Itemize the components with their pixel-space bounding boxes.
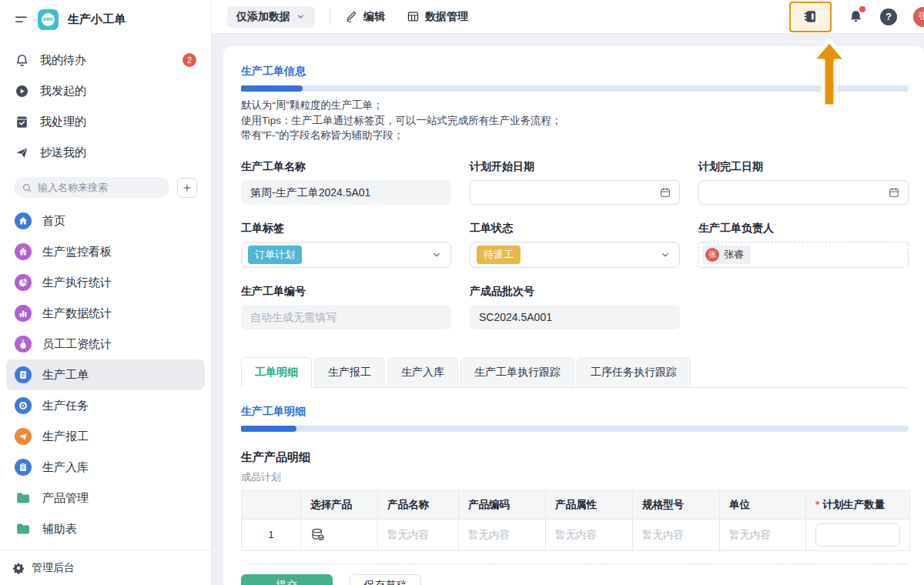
progress-bar [241, 426, 909, 432]
chevron-down-icon [660, 249, 671, 260]
sidebar-item[interactable]: 员工工资统计 [6, 329, 205, 359]
sidebar-item[interactable]: 生产任务 [6, 390, 205, 421]
table-header-cell: 产品属性 [546, 490, 633, 519]
progress-bar [241, 85, 909, 92]
owner-picker[interactable]: 张 张睿 [698, 242, 909, 268]
sidebar-item[interactable]: 我发起的 [0, 75, 211, 106]
search-icon [22, 182, 32, 193]
owner-avatar: 张 [705, 248, 719, 262]
save-draft-button[interactable]: 保存草稿 [350, 574, 421, 585]
mode-dropdown-button[interactable]: 仅添加数据 [227, 6, 315, 28]
search-placeholder: 输入名称来搜索 [38, 181, 108, 195]
topbar-right-group: ? 张 [789, 2, 924, 32]
tab-item[interactable]: 工序任务执行跟踪 [577, 357, 691, 387]
action-buttons: 提交 保存草稿 [241, 574, 909, 585]
order-name-label: 生产工单名称 [241, 160, 451, 174]
form-grid: 生产工单名称 第周-生产工单2024.5A01 计划开始日期 计划完工日期 工单… [241, 143, 909, 329]
target-icon [15, 397, 32, 414]
sidebar-item[interactable]: 生产监控看板 [6, 236, 205, 267]
personal-nav: 我的待办2我发起的我处理的抄送我的 [0, 38, 211, 169]
plan-finish-date-input[interactable] [698, 180, 909, 205]
table-cell: 暂无内容 [546, 519, 633, 550]
tab-item[interactable]: 生产报工 [314, 357, 385, 387]
sidebar-item[interactable]: 我的待办2 [0, 45, 211, 75]
admin-backend-link[interactable]: 管理后台 [0, 550, 211, 585]
notebook-button-highlighted[interactable] [789, 2, 832, 32]
order-status-select[interactable]: 待派工 [470, 242, 680, 268]
sidebar-item-label: 生产监控看板 [42, 245, 112, 259]
search-input[interactable]: 输入名称来搜索 [14, 177, 169, 198]
sidebar-item[interactable]: 生产数据统计 [6, 298, 205, 329]
sidebar-item-label: 辅助表 [42, 522, 77, 537]
order-tag: 订单计划 [248, 246, 302, 264]
tab-active[interactable]: 工单明细 [241, 357, 312, 388]
order-no-field: 自动生成无需填写 [241, 305, 451, 329]
chevron-down-icon [296, 12, 306, 22]
tab-item[interactable]: 生产工单执行跟踪 [460, 357, 574, 387]
sidebar-header: ERP 生产小工单 [0, 0, 211, 38]
hamburger-icon[interactable] [14, 12, 28, 27]
sidebar-item[interactable]: 生产入库 [6, 452, 205, 483]
add-button[interactable] [177, 178, 197, 198]
sidebar-item[interactable]: 我处理的 [0, 106, 211, 137]
admin-backend-label: 管理后台 [32, 561, 75, 575]
order-tag-select[interactable]: 订单计划 [241, 242, 451, 268]
data-manage-label: 数据管理 [425, 10, 468, 24]
toolbar-divider [330, 9, 330, 25]
tab-item[interactable]: 生产入库 [387, 357, 458, 387]
table-header-cell: 单位 [720, 490, 806, 519]
sidebar: ERP 生产小工单 我的待办2我发起的我处理的抄送我的 输入名称来搜索 首页生产… [0, 0, 212, 585]
sidebar-item-label: 生产工单 [42, 368, 89, 383]
app-logo: ERP [38, 9, 59, 30]
order-no-label: 生产工单编号 [241, 285, 451, 299]
calendar-icon [659, 186, 671, 199]
sidebar-item[interactable]: 抄送我的 [0, 137, 211, 168]
qty-cell [806, 519, 910, 550]
clipboard-icon [15, 459, 32, 476]
home-icon [15, 212, 32, 229]
plan-finish-label: 计划完工日期 [698, 160, 909, 174]
notification-dot [859, 6, 865, 12]
sidebar-item[interactable]: 生产执行统计 [6, 267, 205, 298]
product-table: 选择产品产品名称产品编码产品属性规格型号单位*计划生产数量 1暂无内容暂无内容暂… [241, 490, 910, 551]
sidebar-item-label: 生产入库 [42, 460, 89, 475]
submit-button[interactable]: 提交 [241, 574, 333, 585]
dashed-divider [241, 563, 909, 564]
sidebar-search-row: 输入名称来搜索 [0, 169, 211, 201]
folder-icon [15, 490, 32, 506]
sidebar-item[interactable]: 生产报工 [6, 421, 205, 452]
order-name-field: 第周-生产工单2024.5A01 [241, 180, 451, 205]
bell-icon [15, 53, 29, 68]
help-button[interactable]: ? [880, 8, 897, 25]
sidebar-item[interactable]: 生产工单 [6, 359, 205, 390]
sidebar-item[interactable]: 产品管理 [6, 483, 205, 513]
table-row: 1暂无内容暂无内容暂无内容暂无内容暂无内容 [242, 519, 910, 550]
table-cell: 暂无内容 [378, 519, 459, 550]
status-tag: 待派工 [477, 246, 521, 264]
form-panel: 生产工单信息 默认为“周”颗粒度的生产工单； 使用Tips：生产工单通过标签页，… [223, 46, 924, 585]
sidebar-item-label: 首页 [42, 214, 65, 229]
section-title-order-info: 生产工单信息 [241, 65, 909, 79]
sidebar-item[interactable]: 辅助表 [6, 513, 205, 544]
sidebar-item-label: 我的待办 [40, 53, 86, 68]
batch-no-field: SC2024.5A001 [470, 305, 680, 329]
user-avatar[interactable]: 张 [913, 7, 924, 27]
notifications-button[interactable] [848, 8, 864, 25]
gear-icon [12, 562, 25, 574]
plan-start-date-input[interactable] [470, 180, 680, 205]
chevron-down-icon [431, 249, 442, 260]
paper-plane-icon [15, 145, 29, 160]
qty-input[interactable] [815, 523, 900, 547]
sidebar-item-label: 生产报工 [42, 430, 89, 444]
sidebar-item-label: 抄送我的 [40, 145, 86, 160]
sidebar-item-label: 我发起的 [40, 84, 86, 99]
edit-button[interactable]: 编辑 [345, 10, 385, 24]
sidebar-item-label: 我处理的 [40, 115, 86, 129]
data-manage-button[interactable]: 数据管理 [407, 10, 468, 24]
table-header-cell: *计划生产数量 [806, 490, 910, 519]
select-product-cell[interactable] [301, 519, 378, 550]
edit-label: 编辑 [363, 10, 385, 24]
sidebar-item-label: 生产任务 [42, 399, 89, 413]
sidebar-item[interactable]: 首页 [6, 206, 205, 236]
database-check-icon [310, 527, 368, 542]
